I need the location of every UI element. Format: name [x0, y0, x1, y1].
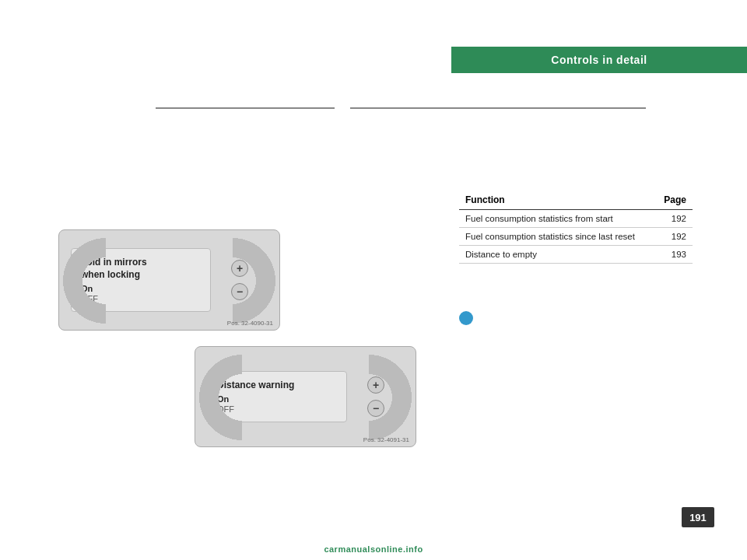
table-row: Fuel consumption statistics from start19…: [459, 210, 693, 228]
col-header-function: Function: [459, 191, 655, 210]
gauge-left-1: [59, 230, 106, 331]
gauge-left-2: [195, 347, 242, 447]
info-table: Function Page Fuel consumption statistic…: [459, 191, 693, 264]
page-number: 191: [689, 512, 707, 523]
divider-left: [156, 107, 335, 109]
blue-dot-indicator: [459, 311, 473, 325]
display-distance-warning: Distance warning On OFF + − Pos. 32-4091…: [195, 346, 416, 447]
header-bar: Controls in detail: [451, 47, 747, 73]
table-cell-function: Fuel consumption statistics from start: [459, 210, 655, 228]
table-cell-page: 192: [655, 210, 693, 228]
table-cell-page: 193: [655, 246, 693, 264]
display-buttons-2: + −: [367, 376, 384, 417]
page-number-box: 191: [682, 507, 714, 527]
btn-plus-2[interactable]: +: [367, 376, 384, 394]
display-fold-mirrors: Fold in mirrors when locking On OFF + − …: [58, 229, 280, 331]
table-cell-function: Fuel consumption statistics since last r…: [459, 228, 655, 246]
display-buttons-1: + −: [231, 260, 248, 300]
col-header-page: Page: [655, 191, 693, 210]
divider-right: [350, 107, 646, 109]
watermark: carmanualsonline.info: [324, 544, 423, 554]
btn-minus-1[interactable]: −: [231, 283, 248, 300]
header-title: Controls in detail: [551, 54, 647, 66]
btn-plus-1[interactable]: +: [231, 260, 248, 277]
table-cell-function: Distance to empty: [459, 246, 655, 264]
table-row: Fuel consumption statistics since last r…: [459, 228, 693, 246]
btn-minus-2[interactable]: −: [367, 400, 384, 417]
table-cell-page: 192: [655, 228, 693, 246]
img-label-2: Pos. 32-4091-31: [363, 436, 409, 443]
table-row: Distance to empty193: [459, 246, 693, 264]
img-label-1: Pos. 32-4090-31: [227, 320, 273, 327]
